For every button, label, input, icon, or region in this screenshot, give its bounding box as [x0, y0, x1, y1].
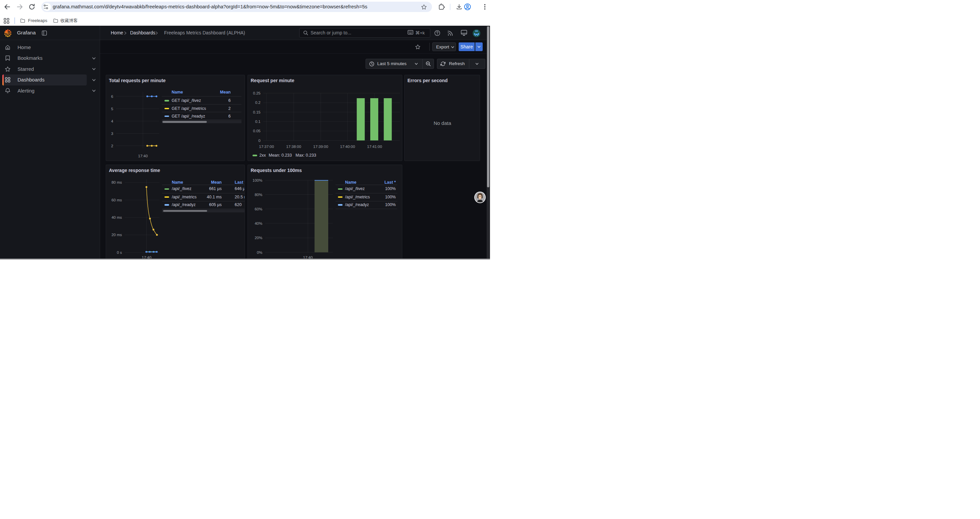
svg-text:0.05: 0.05 [253, 129, 260, 133]
svg-text:100%: 100% [253, 178, 262, 182]
svg-text:80%: 80% [255, 192, 262, 196]
svg-text:0.2: 0.2 [255, 101, 261, 105]
svg-text:6: 6 [111, 94, 113, 98]
svg-text:3: 3 [111, 131, 113, 135]
svg-text:17:37:00: 17:37:00 [259, 144, 274, 148]
svg-text:17:40: 17:40 [138, 153, 148, 158]
svg-text:17:39:00: 17:39:00 [313, 144, 328, 148]
svg-text:0.1: 0.1 [255, 119, 261, 123]
svg-text:60%: 60% [255, 207, 262, 211]
svg-text:0%: 0% [256, 250, 262, 254]
svg-text:60 ms: 60 ms [111, 198, 122, 202]
svg-text:5: 5 [111, 107, 113, 110]
svg-text:17:40:00: 17:40:00 [340, 144, 355, 148]
svg-text:0 s: 0 s [117, 250, 122, 254]
svg-text:40 ms: 40 ms [111, 216, 122, 219]
svg-text:80 ms: 80 ms [111, 180, 122, 184]
svg-text:4: 4 [111, 119, 113, 123]
svg-text:0.25: 0.25 [253, 91, 260, 95]
svg-text:40%: 40% [255, 221, 262, 225]
svg-text:0: 0 [258, 138, 260, 142]
svg-text:20%: 20% [255, 236, 262, 240]
svg-text:2: 2 [111, 144, 113, 148]
svg-text:17:38:00: 17:38:00 [286, 144, 301, 148]
svg-text:17:41:00: 17:41:00 [367, 144, 382, 148]
svg-text:20 ms: 20 ms [111, 233, 122, 237]
svg-text:0.15: 0.15 [253, 110, 260, 114]
